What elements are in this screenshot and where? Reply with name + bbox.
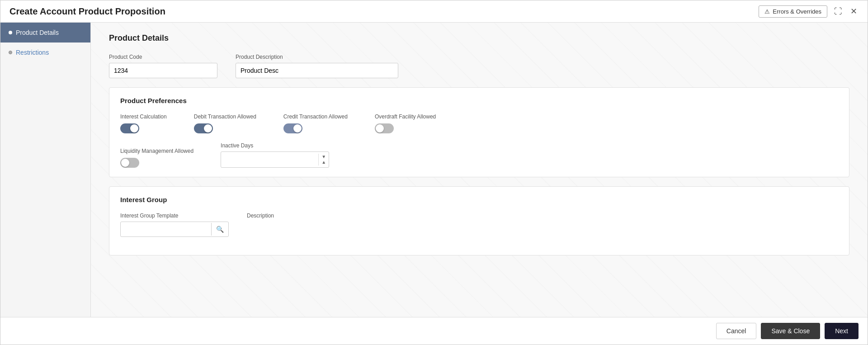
- toggle-interest-calc-label: Interest Calculation: [120, 113, 167, 120]
- modal-body: Product Details Restrictions Product Det…: [0, 23, 868, 317]
- interest-group-template-label: Interest Group Template: [120, 213, 229, 219]
- toggle-liquidity-mgmt-thumb: [121, 159, 129, 167]
- sidebar-label-restrictions: Restrictions: [16, 49, 49, 56]
- toggle-debit-txn-label: Debit Transaction Allowed: [194, 113, 256, 120]
- modal-container: Create Account Product Proposition ⚠ Err…: [0, 0, 868, 345]
- product-desc-input[interactable]: [236, 63, 398, 78]
- section-title: Product Details: [109, 33, 849, 43]
- expand-icon: ⛶: [834, 7, 842, 16]
- sidebar-label-product-details: Product Details: [16, 29, 59, 36]
- interest-group-template-group: Interest Group Template 🔍: [120, 213, 229, 237]
- sidebar-dot-product-details: [9, 31, 12, 34]
- inactive-days-dropdown[interactable]: ▼ ▲: [221, 151, 329, 168]
- sidebar-item-product-details[interactable]: Product Details: [0, 23, 90, 43]
- preferences-title: Product Preferences: [120, 97, 838, 104]
- toggles-row-2: Liquidity Management Allowed Inactive Da…: [120, 142, 838, 168]
- dropdown-up-icon: ▲: [321, 160, 326, 165]
- dropdown-down-icon: ▼: [321, 155, 326, 159]
- toggle-liquidity-mgmt: Liquidity Management Allowed: [120, 148, 193, 168]
- inactive-days-label: Inactive Days: [221, 142, 329, 149]
- interest-group-template-input[interactable]: [121, 222, 211, 236]
- product-fields-row: Product Code Product Description: [109, 54, 849, 78]
- close-icon: ✕: [850, 7, 857, 16]
- warning-icon: ⚠: [764, 8, 770, 15]
- product-code-group: Product Code: [109, 54, 217, 78]
- interest-group-title: Interest Group: [120, 196, 838, 203]
- toggle-interest-calc-switch[interactable]: [120, 123, 139, 133]
- interest-group-search-button[interactable]: 🔍: [211, 223, 228, 236]
- interest-group-description-group: Description: [247, 213, 274, 237]
- search-icon: 🔍: [216, 226, 224, 233]
- cancel-button[interactable]: Cancel: [716, 323, 757, 339]
- toggle-debit-txn-thumb: [204, 124, 212, 132]
- product-code-input[interactable]: [109, 63, 217, 78]
- product-desc-group: Product Description: [236, 54, 398, 78]
- product-code-label: Product Code: [109, 54, 217, 60]
- product-desc-label: Product Description: [236, 54, 398, 60]
- interest-group-section: Interest Group Interest Group Template 🔍…: [109, 186, 849, 255]
- toggle-liquidity-mgmt-track: [120, 158, 139, 168]
- dropdown-arrows: ▼ ▲: [318, 154, 329, 165]
- interest-group-template-input-group: 🔍: [120, 222, 229, 237]
- toggle-overdraft-track: [375, 123, 394, 133]
- inactive-days-group: Inactive Days ▼ ▲: [221, 142, 329, 168]
- toggle-liquidity-mgmt-switch[interactable]: [120, 158, 139, 168]
- toggle-credit-txn-switch[interactable]: [283, 123, 302, 133]
- product-preferences-section: Product Preferences Interest Calculation: [109, 87, 849, 177]
- toggle-credit-txn-label: Credit Transaction Allowed: [283, 113, 348, 120]
- header-actions: ⚠ Errors & Overrides ⛶ ✕: [759, 5, 859, 18]
- toggle-debit-txn: Debit Transaction Allowed: [194, 113, 256, 133]
- modal-footer: Cancel Save & Close Next: [0, 317, 868, 345]
- sidebar-dot-restrictions: [9, 51, 12, 54]
- toggle-interest-calc-thumb: [130, 124, 138, 132]
- toggle-credit-txn-thumb: [293, 124, 302, 132]
- errors-overrides-button[interactable]: ⚠ Errors & Overrides: [759, 5, 827, 18]
- toggle-overdraft: Overdraft Facility Allowed: [375, 113, 436, 133]
- toggle-debit-txn-track: [194, 123, 213, 133]
- toggle-credit-txn-track: [283, 123, 302, 133]
- toggle-debit-txn-switch[interactable]: [194, 123, 213, 133]
- toggle-overdraft-switch[interactable]: [375, 123, 394, 133]
- errors-btn-label: Errors & Overrides: [773, 8, 821, 15]
- toggle-interest-calc: Interest Calculation: [120, 113, 167, 133]
- close-button[interactable]: ✕: [849, 5, 859, 18]
- next-button[interactable]: Next: [825, 323, 859, 339]
- interest-group-fields-row: Interest Group Template 🔍 Description: [120, 213, 838, 237]
- interest-group-description-label: Description: [247, 213, 274, 219]
- expand-button[interactable]: ⛶: [833, 5, 844, 18]
- sidebar-item-restrictions[interactable]: Restrictions: [0, 43, 90, 62]
- toggle-interest-calc-track: [120, 123, 139, 133]
- toggle-credit-txn: Credit Transaction Allowed: [283, 113, 348, 133]
- toggles-row-1: Interest Calculation Debit Transaction A…: [120, 113, 838, 133]
- toggle-overdraft-thumb: [376, 124, 384, 132]
- save-close-button[interactable]: Save & Close: [761, 323, 820, 339]
- main-content: Product Details Product Code Product Des…: [91, 23, 868, 317]
- toggle-overdraft-label: Overdraft Facility Allowed: [375, 113, 436, 120]
- modal-header: Create Account Product Proposition ⚠ Err…: [0, 0, 868, 23]
- modal-title: Create Account Product Proposition: [9, 6, 165, 17]
- toggle-liquidity-mgmt-label: Liquidity Management Allowed: [120, 148, 193, 154]
- sidebar: Product Details Restrictions: [0, 23, 91, 317]
